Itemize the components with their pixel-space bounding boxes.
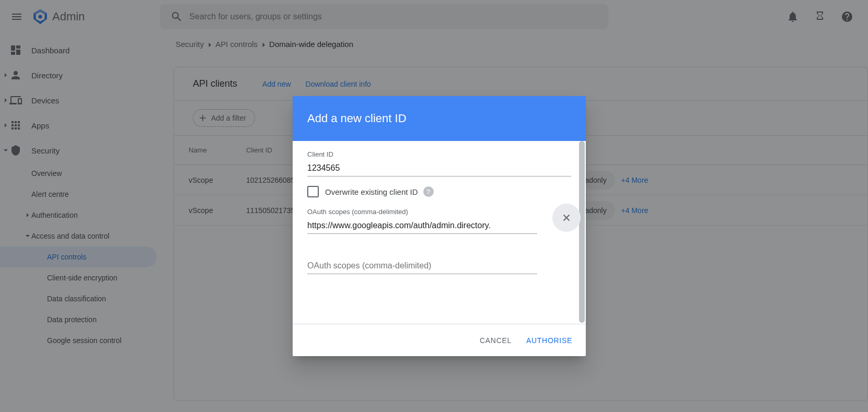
dialog-footer: CANCEL AUTHORISE <box>293 324 586 356</box>
close-icon <box>561 212 572 223</box>
scopes-field-2 <box>307 258 571 274</box>
overwrite-row: Overwrite existing client ID ? <box>307 186 571 197</box>
scopes-field: OAuth scopes (comma-delimited) <box>307 208 571 234</box>
client-id-label: Client ID <box>307 150 571 158</box>
cancel-button[interactable]: CANCEL <box>480 336 512 345</box>
clear-scope-button[interactable] <box>552 204 581 232</box>
dialog-body: Client ID Overwrite existing client ID ?… <box>293 141 586 324</box>
overwrite-label: Overwrite existing client ID <box>325 187 418 196</box>
overwrite-checkbox[interactable] <box>307 186 319 197</box>
authorise-button[interactable]: AUTHORISE <box>526 336 572 345</box>
scopes-label: OAuth scopes (comma-delimited) <box>307 208 571 216</box>
scopes-input[interactable] <box>307 218 537 234</box>
scopes-input-2[interactable] <box>307 258 537 274</box>
dialog-scrollbar[interactable] <box>579 141 585 323</box>
client-id-field: Client ID <box>307 150 571 176</box>
add-client-dialog: Add a new client ID Client ID Overwrite … <box>293 96 586 356</box>
help-icon[interactable]: ? <box>423 186 434 197</box>
dialog-title: Add a new client ID <box>293 96 586 141</box>
client-id-input[interactable] <box>307 160 571 176</box>
